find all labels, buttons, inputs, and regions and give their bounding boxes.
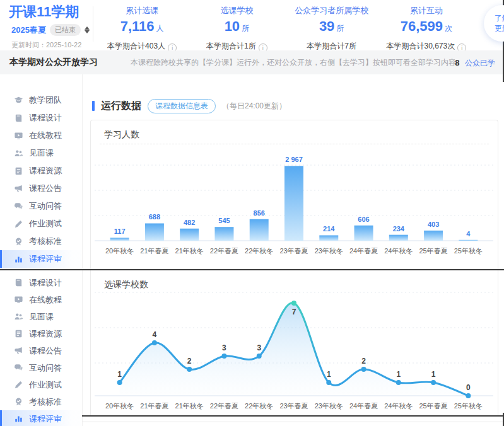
semester-select-icon[interactable] [85, 26, 90, 33]
badge-check-icon [14, 237, 23, 246]
stat-value: 76,599次 [379, 19, 474, 36]
learn-more-label: 了解更新 [493, 13, 504, 33]
bar-chart-icon [14, 414, 23, 423]
notice-title: 本学期对公众开放学习 [9, 57, 98, 68]
chat-icon [14, 202, 23, 211]
semester-label: 2025春夏 [11, 25, 46, 36]
sidebar-item-course-resources[interactable]: 课程资源 [0, 325, 82, 342]
svg-text:0: 0 [466, 383, 471, 392]
sidebar-item-label: 课程评审 [29, 253, 62, 265]
sidebar-item-label: 在线教程 [29, 294, 62, 306]
chat-icon [14, 363, 23, 372]
svg-text:1: 1 [117, 370, 122, 379]
svg-text:24年春夏: 24年春夏 [349, 247, 378, 255]
svg-text:20年秋冬: 20年秋冬 [105, 402, 134, 410]
stat-label: 累计互动 [379, 5, 474, 16]
sidebar-item-online-course[interactable]: 在线教程 [0, 127, 82, 144]
sidebar-item-course-review[interactable]: 课程评审 [0, 410, 82, 426]
svg-text:4: 4 [153, 330, 157, 339]
screenshot-seam [0, 269, 504, 270]
public-learned-count: 8 [455, 58, 459, 67]
sidebar-item-course-announcement[interactable]: 课程公告 [0, 342, 82, 359]
screenshot-seam-bottom [82, 415, 504, 417]
stat-value: 10所 [189, 19, 284, 36]
sidebar-item-course-review[interactable]: 课程评审 [0, 250, 82, 268]
svg-text:23年秋冬: 23年秋冬 [315, 402, 343, 410]
stat-column-2: 公众学习者所属学校39所本学期合计7所 [284, 4, 379, 47]
status-badge: 已结束 [50, 24, 81, 36]
notice-description: 本课程除跨校共享的【学分课】运行外，还对公众开放，右侧【去学习】按钮即可看全部学… [131, 57, 455, 68]
people-icon [14, 312, 23, 321]
svg-text:24年春夏: 24年春夏 [349, 402, 378, 410]
sidebar-item-label: 课程资源 [29, 165, 62, 176]
svg-text:24年秋冬: 24年秋冬 [384, 402, 413, 410]
sidebar-item-homework-test[interactable]: 作业测试 [0, 215, 82, 233]
sidebar-bottom: 课程设计在线教程见面课课程资源课程公告互动问答作业测试考核标准课程评审 [0, 270, 83, 426]
svg-text:22年秋冬: 22年秋冬 [245, 247, 273, 255]
public-learned-label: 公众已学 [465, 59, 495, 67]
sidebar-item-online-course[interactable]: 在线教程 [0, 291, 82, 308]
megaphone-icon [14, 346, 23, 355]
document-icon [14, 166, 23, 176]
school-count-line-chart: 120年秋冬421年春夏221年秋冬322年春夏322年秋冬723年春夏123年… [95, 289, 493, 415]
sidebar-item-homework-test[interactable]: 作业测试 [0, 376, 82, 393]
header-divider [93, 6, 93, 42]
sidebar-item-interactive-qa[interactable]: 互动问答 [0, 359, 82, 376]
stat-label: 累计选课 [95, 5, 189, 16]
learning-count-bar-chart: 11720年秋冬68821年春夏48221年秋冬54522年春夏85622年秋冬… [95, 146, 493, 266]
svg-text:1: 1 [396, 370, 401, 379]
sidebar-item-assessment-criteria[interactable]: 考核标准 [0, 393, 82, 410]
svg-text:21年秋冬: 21年秋冬 [175, 402, 204, 410]
svg-text:117: 117 [114, 227, 126, 235]
sidebar-item-label: 考核标准 [29, 396, 62, 408]
learn-more-float-button[interactable]: 了解更新 [484, 5, 504, 42]
people-icon [14, 149, 23, 158]
svg-text:3: 3 [222, 343, 226, 352]
sidebar-item-course-design[interactable]: 课程设计 [0, 109, 82, 127]
sidebar-item-label: 课程公告 [29, 183, 62, 194]
sidebar-item-course-resources[interactable]: 课程资源 [0, 162, 82, 180]
sidebar-item-meeting-class[interactable]: 见面课 [0, 308, 82, 325]
stat-label: 选课学校 [189, 5, 284, 16]
svg-text:23年秋冬: 23年秋冬 [315, 247, 343, 255]
sidebar-item-course-design[interactable]: 课程设计 [0, 274, 82, 291]
svg-text:7: 7 [292, 308, 296, 316]
notice-bar: 本学期对公众开放学习 本课程除跨校共享的【学分课】运行外，还对公众开放，右侧【去… [0, 50, 504, 74]
line-chart-svg: 120年秋冬421年春夏221年秋冬322年春夏322年秋冬723年春夏123年… [95, 289, 493, 415]
grad-cap-icon [14, 96, 23, 105]
sidebar-item-label: 课程评审 [29, 413, 62, 425]
svg-text:2 967: 2 967 [285, 156, 303, 163]
svg-text:1: 1 [327, 370, 331, 379]
sidebar-item-label: 课程设计 [29, 277, 62, 289]
public-learned-counter: 8 公众已学 [455, 57, 495, 69]
sidebar-item-label: 见面课 [29, 147, 54, 159]
stat-value: 39所 [284, 19, 379, 36]
sidebar-item-assessment-criteria[interactable]: 考核标准 [0, 233, 82, 250]
svg-text:25年春夏: 25年春夏 [419, 247, 447, 255]
sidebar-item-label: 考核标准 [29, 236, 62, 247]
svg-text:2: 2 [187, 357, 192, 366]
svg-text:22年秋冬: 22年秋冬 [245, 402, 273, 410]
bar-chart-svg: 11720年秋冬68821年春夏48221年秋冬54522年春夏85622年秋冬… [95, 146, 493, 266]
sidebar-item-course-announcement[interactable]: 课程公告 [0, 180, 82, 197]
pencil-icon [14, 219, 23, 229]
svg-text:2: 2 [361, 357, 366, 366]
section-title: 运行数据 [101, 100, 141, 113]
sidebar-item-teaching-team[interactable]: 教学团队 [0, 91, 82, 109]
svg-text:21年秋冬: 21年秋冬 [175, 247, 204, 255]
sidebar-item-label: 见面课 [29, 311, 54, 323]
update-time: 更新时间：2025-10-22 [11, 40, 92, 50]
course-dashboard: 开课11学期 2025春夏 已结束 更新时间：2025-10-22 累计选课7,… [0, 0, 504, 426]
sidebar-item-label: 互动问答 [29, 362, 62, 374]
header: 开课11学期 2025春夏 已结束 更新时间：2025-10-22 累计选课7,… [0, 0, 504, 50]
course-data-table-button[interactable]: 课程数据信息表 [148, 99, 216, 113]
sidebar-item-label: 互动问答 [29, 200, 62, 212]
sidebar-item-meeting-class[interactable]: 见面课 [0, 144, 82, 162]
sidebar-item-interactive-qa[interactable]: 互动问答 [0, 197, 82, 215]
section-accent-bar [92, 101, 95, 111]
svg-text:4: 4 [466, 230, 471, 238]
bar-chart-icon [14, 255, 23, 264]
svg-text:24年秋冬: 24年秋冬 [384, 247, 413, 255]
daily-update-note: （每日24:00更新） [222, 101, 286, 112]
document-icon [14, 329, 23, 338]
